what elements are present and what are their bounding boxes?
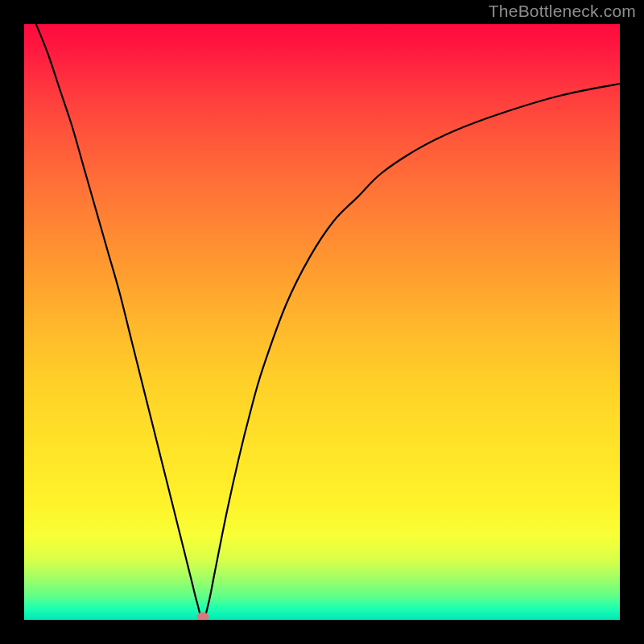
plot-area	[24, 24, 620, 620]
chart-frame: TheBottleneck.com	[0, 0, 644, 644]
watermark-text: TheBottleneck.com	[489, 2, 636, 21]
bottleneck-curve	[24, 24, 620, 620]
minimum-marker	[197, 613, 208, 620]
curve-path	[36, 24, 620, 620]
